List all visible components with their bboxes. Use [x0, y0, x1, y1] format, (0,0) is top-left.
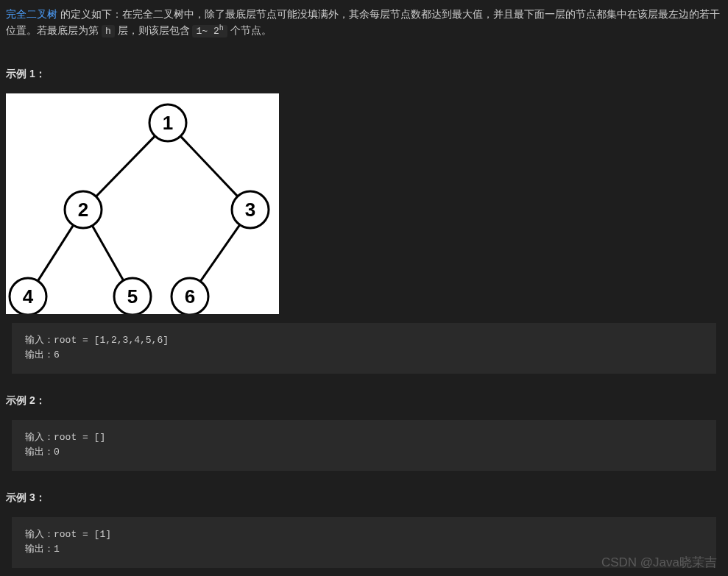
inline-code-range: 1~ 2h [192, 25, 227, 38]
tree-node-label: 2 [78, 199, 88, 221]
tree-node-label: 3 [245, 199, 255, 221]
example-title: 示例 3： [6, 489, 722, 505]
example-title: 示例 1： [6, 65, 722, 82]
example-image: 123456 [6, 93, 279, 314]
tree-node-label: 1 [163, 112, 173, 134]
tree-node-label: 5 [127, 285, 138, 307]
complete-binary-tree-link[interactable]: 完全二叉树 [6, 8, 57, 20]
inline-code-h: h [102, 25, 115, 38]
tree-edge [200, 224, 239, 281]
tree-edge [180, 136, 238, 196]
example-code-block: 输入：root = [1,2,3,4,5,6] 输出：6 [12, 323, 716, 374]
definition-text-2: 层，则该层包含 [115, 24, 193, 36]
example-title: 示例 2： [6, 392, 722, 408]
example-code-block: 输入：root = [] 输出：0 [12, 420, 716, 472]
tree-edge [38, 225, 73, 281]
tree-node-label: 6 [185, 285, 195, 307]
tree-node-label: 4 [23, 285, 34, 307]
tree-diagram: 123456 [6, 93, 279, 314]
definition-text-3: 个节点。 [227, 24, 272, 36]
definition-paragraph: 完全二叉树 的定义如下：在完全二叉树中，除了最底层节点可能没填满外，其余每层节点… [6, 6, 722, 40]
tree-edge [96, 135, 155, 196]
tree-edge [92, 225, 123, 280]
example-code-block: 输入：root = [1] 输出：1 [12, 517, 716, 569]
